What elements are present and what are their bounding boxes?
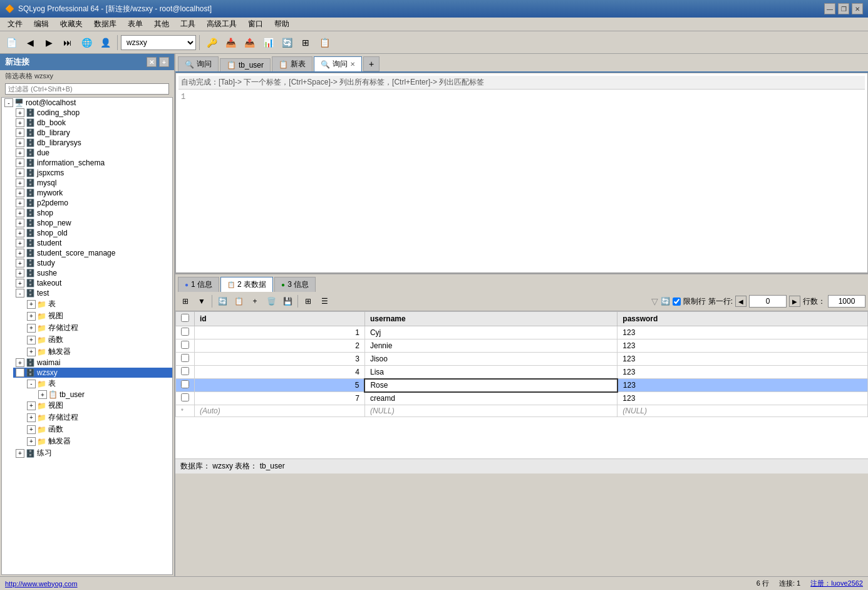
first-row-next[interactable]: ▶ <box>789 296 800 307</box>
db-takeout[interactable]: + 🗄️ takeout <box>13 278 172 288</box>
db_librarysys-expand[interactable]: + <box>16 138 24 147</box>
restore-button[interactable]: ❐ <box>838 3 849 14</box>
toolbar-grid1[interactable]: ⊞ <box>297 34 314 51</box>
mywork-expand[interactable]: + <box>16 189 24 197</box>
test-funcs-folder[interactable]: + 📁 函数 <box>24 334 172 346</box>
table-tb_user[interactable]: + 📋 tb_user <box>36 390 172 400</box>
wzsxy-triggers-expand[interactable]: + <box>27 437 36 446</box>
study-expand[interactable]: + <box>16 259 24 267</box>
result-tab-info1[interactable]: ● 1 信息 <box>178 277 219 292</box>
wzsxy-tables-expand[interactable]: - <box>27 380 36 388</box>
cell-password[interactable]: 123 <box>617 392 868 405</box>
test-expand[interactable]: - <box>16 289 24 298</box>
jspxcms-expand[interactable]: + <box>16 168 24 177</box>
cell-id-new[interactable]: (Auto) <box>195 405 365 417</box>
cell-password-new[interactable]: (NULL) <box>617 405 868 417</box>
test-tables-folder[interactable]: + 📁 表 <box>24 298 172 310</box>
cell-username-new[interactable]: (NULL) <box>364 405 617 417</box>
toolbar-btn3[interactable]: 🔑 <box>203 34 220 51</box>
db-mysql[interactable]: + 🗄️ mysql <box>13 178 172 188</box>
p2pdemo-expand[interactable]: + <box>16 199 24 207</box>
toolbar-btn4[interactable]: 📥 <box>222 34 239 51</box>
toolbar-back[interactable]: ◀ <box>21 34 39 51</box>
mysql-expand[interactable]: + <box>16 179 24 187</box>
row-checkbox[interactable] <box>181 328 189 336</box>
wzsxy-tables-folder[interactable]: - 📁 表 <box>24 378 172 390</box>
cell-id[interactable]: 7 <box>195 392 365 405</box>
db-shop_new[interactable]: + 🗄️ shop_new <box>13 218 172 228</box>
cell-id[interactable]: 2 <box>195 339 365 353</box>
toolbar-forward[interactable]: ▶ <box>40 34 58 51</box>
db-shop_old[interactable]: + 🗄️ shop_old <box>13 228 172 238</box>
cell-password[interactable]: 123 <box>617 366 868 379</box>
row-count-input[interactable] <box>828 295 865 308</box>
cell-username[interactable]: Jennie <box>364 339 617 353</box>
wzsxy-procs-expand[interactable]: + <box>27 413 36 422</box>
toolbar-skip[interactable]: ⏭ <box>59 34 76 51</box>
sidebar-close-button[interactable]: ✕ <box>147 57 157 67</box>
test-procs-expand[interactable]: + <box>27 324 36 333</box>
toolbar-profile[interactable]: 👤 <box>96 34 114 51</box>
toolbar-sync[interactable]: 🔄 <box>278 34 296 51</box>
test-funcs-expand[interactable]: + <box>27 336 36 344</box>
tab-newtable[interactable]: 📋 新表 <box>272 56 313 71</box>
db-jspxcms[interactable]: + 🗄️ jspxcms <box>13 168 172 178</box>
shop_new-expand[interactable]: + <box>16 219 24 227</box>
toolbar-btn6[interactable]: 📊 <box>259 34 277 51</box>
tab-query1[interactable]: 🔍 询问 <box>178 56 219 71</box>
user-status[interactable]: 注册：luove2562 <box>810 579 863 588</box>
wzsxy-expand[interactable]: - <box>16 368 24 377</box>
wzsxy-views-expand[interactable]: + <box>27 401 36 410</box>
wzsxy-views-folder[interactable]: + 📁 视图 <box>24 400 172 411</box>
db-information_schema[interactable]: + 🗄️ information_schema <box>13 158 172 168</box>
menu-table[interactable]: 表单 <box>123 18 148 31</box>
cell-username[interactable]: Lisa <box>364 366 617 379</box>
row-checkbox[interactable] <box>181 367 189 375</box>
db-p2pdemo[interactable]: + 🗄️ p2pdemo <box>13 198 172 208</box>
sidebar-add-button[interactable]: + <box>159 57 169 67</box>
cell-username[interactable]: Jisoo <box>364 353 617 366</box>
wzsxy-funcs-expand[interactable]: + <box>27 425 36 434</box>
menu-other[interactable]: 其他 <box>149 18 174 31</box>
tab-query2-close[interactable]: ✕ <box>350 61 355 68</box>
db-due[interactable]: + 🗄️ due <box>13 148 172 158</box>
tab-query2[interactable]: 🔍 询问 ✕ <box>314 56 362 71</box>
test-triggers-expand[interactable]: + <box>27 348 36 356</box>
db-db_book[interactable]: + 🗄️ db_book <box>13 118 172 128</box>
test-procs-folder[interactable]: + 📁 存储过程 <box>24 322 172 334</box>
waimai-expand[interactable]: + <box>16 358 24 367</box>
db-waimai[interactable]: + 🗄️ waimai <box>13 358 172 368</box>
db-selector[interactable]: wzsxy <box>121 35 196 50</box>
wzsxy-funcs-folder[interactable]: + 📁 函数 <box>24 423 172 435</box>
db-lianxi[interactable]: + 🗄️ 练习 <box>13 447 172 459</box>
wzsxy-triggers-folder[interactable]: + 📁 触发器 <box>24 435 172 447</box>
limit-checkbox[interactable] <box>673 298 681 306</box>
student_score_manage-expand[interactable]: + <box>16 249 24 257</box>
res-btn-delete[interactable]: 🗑️ <box>264 294 279 309</box>
menu-database[interactable]: 数据库 <box>89 18 121 31</box>
row-checkbox[interactable] <box>181 341 189 349</box>
minimize-button[interactable]: — <box>824 3 835 14</box>
sushe-expand[interactable]: + <box>16 269 24 277</box>
res-btn-view1[interactable]: ⊞ <box>301 294 316 309</box>
menu-advanced-tools[interactable]: 高级工具 <box>202 18 242 31</box>
tab-tbuser[interactable]: 📋 tb_user <box>220 58 271 71</box>
menu-file[interactable]: 文件 <box>3 18 28 31</box>
db-test[interactable]: - 🗄️ test <box>13 288 172 298</box>
toolbar-btn5[interactable]: 📤 <box>240 34 258 51</box>
db-coding_shop[interactable]: + 🗄️ coding_shop <box>13 108 172 118</box>
takeout-expand[interactable]: + <box>16 279 24 287</box>
tab-add-button[interactable]: + <box>363 56 380 71</box>
tree-root[interactable]: - 🖥️ root@localhost <box>2 98 172 108</box>
query-editor[interactable]: 1 <box>178 90 865 270</box>
test-tables-expand[interactable]: + <box>27 300 36 309</box>
shop_old-expand[interactable]: + <box>16 229 24 237</box>
row-checkbox[interactable] <box>181 354 189 362</box>
result-tab-tabledata[interactable]: 📋 2 表数据 <box>220 277 273 292</box>
test-views-folder[interactable]: + 📁 视图 <box>24 310 172 322</box>
student-expand[interactable]: + <box>16 239 24 247</box>
wzsxy-procs-folder[interactable]: + 📁 存储过程 <box>24 411 172 423</box>
cell-username[interactable]: Rose <box>364 379 617 392</box>
res-btn-add[interactable]: + <box>247 294 262 309</box>
db-shop[interactable]: + 🗄️ shop <box>13 208 172 218</box>
